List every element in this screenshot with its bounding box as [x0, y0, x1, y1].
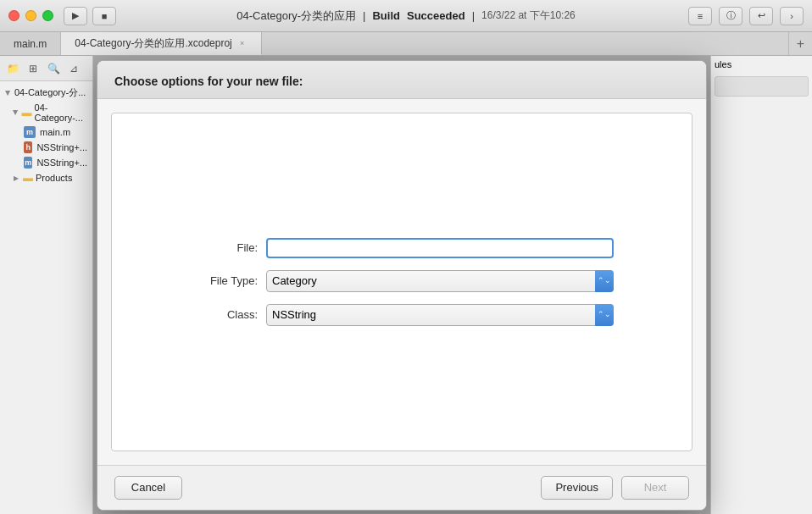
class-row: Class: NSString NSArray NSDictionary NSO… [190, 304, 614, 326]
filter-icon[interactable]: ⊿ [66, 61, 81, 76]
sidebar-toolbar: 📁 ⊞ 🔍 ⊿ [0, 56, 92, 81]
build-label: Build [372, 9, 400, 22]
hamburger-button[interactable]: ≡ [688, 7, 712, 25]
cancel-button[interactable]: Cancel [114, 476, 182, 500]
maximize-button[interactable] [42, 10, 53, 21]
content-area: Choose options for your new file: File: … [93, 56, 710, 514]
sidebar-item-root[interactable]: ▶ 04-Category-分... [0, 85, 92, 101]
list-icon[interactable]: ⊞ [25, 61, 41, 76]
titlebar-actions: ≡ ⓘ ↩ › [688, 7, 804, 25]
folder-icon[interactable]: 📁 [5, 61, 20, 76]
build-separator: | [472, 9, 475, 22]
separator: | [363, 9, 365, 22]
project-title: 04-Category-分类的应用 [236, 8, 356, 24]
run-button[interactable]: ▶ [64, 7, 87, 25]
sidebar-tree: ▶ 04-Category-分... ▶ ▬ 04-Category-... m… [0, 81, 92, 189]
sidebar-item-nsstring-h[interactable]: h NSString+... [0, 140, 92, 155]
tab-xcodeproj[interactable]: 04-Category-分类的应用.xcodeproj × [61, 32, 261, 55]
folder-icon-group: ▬ [22, 107, 32, 119]
file-type-row: File Type: Category Class Protocol Exten… [190, 270, 614, 292]
sidebar-item-nsstring-m[interactable]: m NSString+... [0, 155, 92, 170]
file-label: File: [190, 241, 258, 254]
form-section: File: File Type: Category Class Protocol [190, 238, 614, 326]
new-file-dialog: Choose options for your new file: File: … [97, 60, 707, 511]
tab-xcodeproj-label: 04-Category-分类的应用.xcodeproj [75, 36, 231, 51]
modal-footer: Cancel Previous Next [97, 465, 706, 510]
stop-button[interactable]: ■ [92, 7, 116, 25]
right-panel: ules [710, 56, 812, 514]
traffic-lights [8, 10, 53, 21]
expand-arrow: ▶ [4, 89, 12, 97]
modal-header: Choose options for your new file: [97, 61, 706, 99]
file-input[interactable] [266, 238, 614, 258]
modal-title: Choose options for your new file: [114, 75, 303, 88]
sidebar-item-group-label: 04-Category-... [35, 102, 87, 123]
build-time: 16/3/22 at 下午10:26 [481, 8, 576, 23]
info-button[interactable]: ⓘ [719, 7, 742, 25]
h-file-badge: h [24, 141, 32, 153]
file-type-select-wrapper: Category Class Protocol Extension [266, 270, 614, 292]
file-type-select[interactable]: Category Class Protocol Extension [266, 270, 614, 292]
build-status: Succeeded [407, 9, 465, 22]
sidebar-item-products-label: Products [36, 173, 72, 183]
modal-body: File: File Type: Category Class Protocol [111, 113, 692, 451]
expand-arrow-products: ▶ [12, 174, 20, 182]
m-file-badge-2: m [24, 157, 32, 169]
titlebar: ▶ ■ 04-Category-分类的应用 | Build Succeeded … [0, 0, 812, 32]
next-button: Next [621, 476, 689, 500]
minimize-button[interactable] [25, 10, 36, 21]
search-icon[interactable]: 🔍 [46, 61, 61, 76]
tab-close-icon[interactable]: × [237, 38, 247, 48]
modal-overlay: Choose options for your new file: File: … [93, 56, 710, 514]
close-button[interactable] [8, 10, 19, 21]
sidebar-item-main[interactable]: m main.m [0, 124, 92, 140]
build-info: 04-Category-分类的应用 | Build Succeeded | 16… [236, 8, 576, 24]
sidebar-item-nsstring-h-label: NSString+... [36, 142, 87, 152]
class-select-wrapper: NSString NSArray NSDictionary NSObject [266, 304, 614, 326]
tab-main-label: main.m [14, 38, 47, 50]
right-panel-label: ules [715, 59, 731, 69]
folder-icon-products: ▬ [23, 172, 33, 184]
file-row: File: [190, 238, 614, 258]
file-type-label: File Type: [190, 274, 258, 287]
sidebar-item-root-label: 04-Category-分... [14, 86, 86, 99]
tab-main[interactable]: main.m [0, 32, 61, 55]
main-layout: 📁 ⊞ 🔍 ⊿ ▶ 04-Category-分... ▶ ▬ 04-Catego… [0, 56, 812, 514]
sidebar-item-products[interactable]: ▶ ▬ Products [0, 170, 92, 185]
previous-button[interactable]: Previous [541, 476, 613, 500]
tabs-bar: main.m 04-Category-分类的应用.xcodeproj × + [0, 32, 812, 56]
chevron-right-button[interactable]: › [780, 7, 804, 25]
add-tab-button[interactable]: + [788, 32, 812, 55]
sidebar-item-main-label: main.m [40, 127, 70, 137]
sidebar-item-group[interactable]: ▶ ▬ 04-Category-... [0, 101, 92, 124]
expand-arrow: ▶ [12, 109, 19, 117]
class-label: Class: [190, 308, 258, 321]
m-file-badge: m [24, 126, 36, 138]
back-button[interactable]: ↩ [749, 7, 773, 25]
footer-right: Previous Next [541, 476, 689, 500]
sidebar-item-nsstring-m-label: NSString+... [36, 158, 87, 168]
class-select[interactable]: NSString NSArray NSDictionary NSObject [266, 304, 614, 326]
sidebar: 📁 ⊞ 🔍 ⊿ ▶ 04-Category-分... ▶ ▬ 04-Catego… [0, 56, 93, 514]
